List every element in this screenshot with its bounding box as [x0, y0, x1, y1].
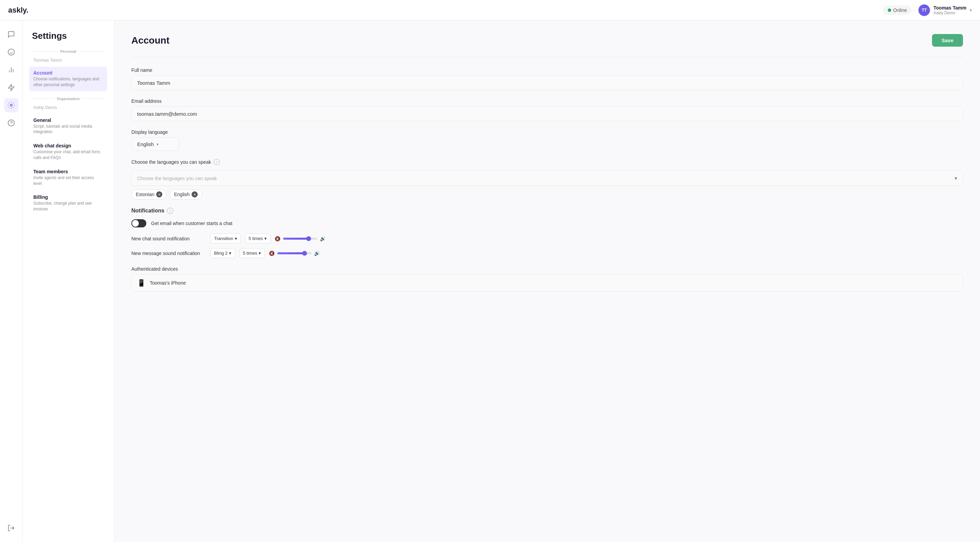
new-chat-label: New chat sound notification	[131, 236, 206, 241]
display-language-label: Display language	[131, 129, 963, 135]
languages-group: Choose the languages you can speak i Cho…	[131, 159, 963, 199]
topnav-right: Online TT Toomas Tamm Askly Demo ▾	[883, 5, 972, 16]
slider-fill	[277, 252, 305, 254]
user-menu[interactable]: TT Toomas Tamm Askly Demo ▾	[918, 5, 972, 16]
mini-select-chevron-icon: ▾	[259, 250, 261, 256]
languages-label: Choose the languages you can speak	[131, 159, 211, 165]
tag-label: English	[174, 192, 189, 197]
volume-mute-icon: 🔇	[275, 236, 280, 241]
nav-conversations-icon[interactable]	[4, 45, 18, 59]
new-message-sound-value: Bling 2	[214, 250, 228, 256]
new-chat-sound-select[interactable]: Transition ▾	[210, 234, 241, 244]
account-item-title: Account	[33, 70, 103, 76]
settings-sidebar: Settings Personal Toomas Tamm Account Ch…	[22, 21, 115, 542]
email-toggle-label: Get email when customer starts a chat	[151, 221, 232, 226]
authenticated-devices-group: Authenticated devices 📱 Toomas's iPhone	[131, 266, 963, 292]
nav-chat-icon[interactable]	[4, 27, 18, 41]
sidebar-item-account[interactable]: Account Choose notifications, languages …	[29, 67, 107, 91]
nav-logout-icon[interactable]	[4, 521, 18, 535]
display-language-group: Display language English ▾	[131, 129, 963, 151]
email-input[interactable]	[131, 107, 963, 121]
language-tags-container: Estonian ✕ English ✕	[131, 189, 963, 199]
notifications-heading: Notifications	[131, 208, 164, 214]
languages-info-icon[interactable]: i	[214, 159, 220, 165]
avatar: TT	[918, 5, 930, 16]
new-chat-times-select[interactable]: 5 times ▾	[245, 234, 270, 244]
full-name-input[interactable]	[131, 76, 963, 90]
org-section-label: Organization	[29, 97, 107, 101]
remove-estonian-button[interactable]: ✕	[156, 191, 162, 198]
email-toggle[interactable]	[131, 219, 146, 228]
sidebar-item-general[interactable]: General Script, tutorials and social med…	[29, 114, 107, 139]
language-tag-english: English ✕	[169, 189, 202, 199]
toggle-thumb	[132, 220, 139, 227]
user-name: Toomas Tamm	[933, 5, 966, 11]
general-item-desc: Script, tutorials and social media integ…	[33, 124, 103, 135]
mini-select-chevron-icon: ▾	[229, 250, 231, 256]
new-message-sound-select[interactable]: Bling 2 ▾	[210, 248, 235, 258]
email-group: Email address	[131, 99, 963, 121]
phone-icon: 📱	[137, 279, 146, 287]
team-members-title: Team members	[33, 169, 103, 174]
email-toggle-row: Get email when customer starts a chat	[131, 219, 963, 228]
sidebar-item-team-members[interactable]: Team members Invite agents and set their…	[29, 166, 107, 190]
new-message-volume-slider[interactable]	[277, 252, 311, 254]
notifications-group: Notifications i Get email when customer …	[131, 208, 963, 258]
web-chat-design-desc: Customise your chat, add email form, cal…	[33, 149, 103, 161]
personal-name: Toomas Tamm	[29, 56, 107, 67]
dropdown-chevron-icon: ▾	[955, 175, 957, 182]
nav-analytics-icon[interactable]	[4, 63, 18, 77]
online-label: Online	[893, 8, 907, 13]
chevron-down-icon: ▾	[156, 142, 159, 147]
new-chat-volume-slider[interactable]	[283, 238, 317, 240]
app-layout: Settings Personal Toomas Tamm Account Ch…	[0, 21, 980, 542]
email-label: Email address	[131, 99, 963, 104]
account-item-desc: Choose notifications, languages and othe…	[33, 76, 103, 88]
web-chat-design-title: Web chat design	[33, 143, 103, 148]
svg-point-0	[8, 49, 14, 55]
authenticated-devices-label: Authenticated devices	[131, 266, 963, 272]
new-message-times-select[interactable]: 5 times ▾	[239, 248, 265, 258]
device-row: 📱 Toomas's iPhone	[131, 274, 963, 292]
languages-dropdown[interactable]: Choose the languages you can speak ▾	[131, 171, 963, 186]
mini-select-chevron-icon: ▾	[264, 236, 267, 241]
billing-desc: Subscribe, change plan and see invoices	[33, 201, 103, 212]
volume-mute-icon: 🔇	[269, 250, 275, 256]
full-name-group: Full name	[131, 67, 963, 90]
new-chat-times-value: 5 times	[249, 236, 263, 241]
notifications-heading-row: Notifications i	[131, 208, 963, 214]
save-button[interactable]: Save	[932, 34, 963, 47]
online-indicator	[888, 8, 891, 12]
new-chat-sound-value: Transition	[214, 236, 234, 241]
language-tag-estonian: Estonian ✕	[131, 189, 167, 199]
main-content: Account Save Full name Email address Dis…	[115, 21, 980, 542]
svg-point-6	[10, 104, 12, 106]
slider-thumb[interactable]	[302, 251, 307, 256]
team-members-desc: Invite agents and set their access level	[33, 175, 103, 187]
nav-help-icon[interactable]	[4, 116, 18, 130]
nav-rocket-icon[interactable]	[4, 80, 18, 95]
notifications-info-icon[interactable]: i	[167, 208, 173, 214]
nav-settings-icon[interactable]	[4, 98, 18, 112]
chevron-down-icon: ▾	[970, 8, 972, 13]
sidebar-item-web-chat-design[interactable]: Web chat design Customise your chat, add…	[29, 140, 107, 164]
user-org: Askly Demo	[933, 11, 966, 15]
new-message-volume-row: 🔇 🔊	[269, 250, 320, 256]
personal-section-label: Personal	[29, 49, 107, 53]
sidebar-item-billing[interactable]: Billing Subscribe, change plan and see i…	[29, 191, 107, 215]
remove-english-button[interactable]: ✕	[192, 191, 198, 198]
mini-select-chevron-icon: ▾	[235, 236, 237, 241]
slider-fill	[283, 238, 309, 240]
display-language-value: English	[137, 141, 154, 147]
display-language-select[interactable]: English ▾	[131, 137, 179, 151]
new-chat-volume-row: 🔇 🔊	[275, 236, 326, 241]
new-chat-notification-row: New chat sound notification Transition ▾…	[131, 234, 963, 244]
icon-sidebar	[0, 21, 22, 542]
new-message-label: New message sound notification	[131, 250, 206, 256]
header-divider	[131, 57, 963, 57]
slider-thumb[interactable]	[306, 236, 311, 241]
user-info: Toomas Tamm Askly Demo	[933, 5, 966, 15]
volume-up-icon: 🔊	[314, 250, 320, 256]
full-name-label: Full name	[131, 67, 963, 73]
page-header: Account Save	[131, 34, 963, 47]
